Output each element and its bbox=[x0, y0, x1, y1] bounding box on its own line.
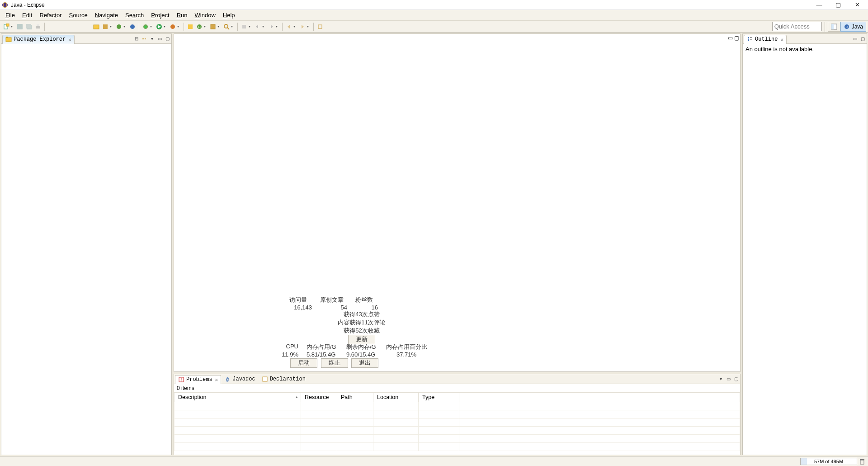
forward-button[interactable] bbox=[298, 23, 307, 31]
menu-run[interactable]: Run bbox=[173, 11, 191, 19]
open-type-button[interactable] bbox=[128, 23, 137, 31]
new-package-button[interactable] bbox=[101, 23, 109, 31]
maximize-view-button[interactable]: ▢ bbox=[164, 36, 170, 42]
new-package-dropdown[interactable]: ▾ bbox=[110, 24, 113, 29]
package-explorer-icon bbox=[5, 36, 12, 43]
floating-sysmon-widget[interactable]: CPU 内存占用/G 剩余内存/G 内存占用百分比 11.9% 5.81/15.… bbox=[280, 343, 427, 358]
close-icon[interactable]: ✕ bbox=[215, 377, 218, 383]
editor-maximize-button[interactable]: ▢ bbox=[734, 35, 739, 41]
coverage-dropdown[interactable]: ▾ bbox=[177, 24, 181, 29]
forward-dropdown[interactable]: ▾ bbox=[307, 24, 311, 29]
quick-access-input[interactable] bbox=[772, 22, 822, 31]
menu-navigate[interactable]: Navigate bbox=[91, 11, 122, 19]
minimize-view-button[interactable]: ▭ bbox=[725, 376, 731, 382]
svg-rect-9 bbox=[94, 25, 99, 29]
problems-col-type[interactable]: Type bbox=[419, 393, 459, 402]
new-java-class-button[interactable]: C bbox=[195, 23, 203, 31]
next-annotation-button[interactable] bbox=[254, 23, 262, 31]
close-icon[interactable]: ✕ bbox=[780, 37, 783, 43]
new-class-button[interactable] bbox=[115, 23, 123, 31]
new-java-class-dropdown[interactable]: ▾ bbox=[204, 24, 208, 29]
save-button[interactable] bbox=[16, 23, 24, 31]
declaration-tab[interactable]: Declaration bbox=[259, 375, 309, 384]
table-row[interactable] bbox=[175, 435, 740, 443]
open-perspective-button[interactable] bbox=[828, 22, 840, 32]
search-dropdown[interactable]: ▾ bbox=[231, 24, 235, 29]
new-button[interactable] bbox=[2, 23, 10, 31]
table-row[interactable] bbox=[175, 410, 740, 418]
menu-refactor[interactable]: Refactor bbox=[36, 11, 65, 19]
next-annotation-dropdown[interactable]: ▾ bbox=[262, 24, 266, 29]
collapse-all-button[interactable]: ⊟ bbox=[133, 36, 140, 42]
back-button[interactable] bbox=[285, 23, 293, 31]
problems-col-extra[interactable] bbox=[459, 393, 740, 402]
view-menu-button[interactable]: ▾ bbox=[149, 36, 155, 42]
menu-help[interactable]: Help bbox=[219, 11, 239, 19]
package-explorer-body[interactable] bbox=[1, 44, 171, 455]
new-plugin-button[interactable] bbox=[186, 23, 194, 31]
problems-tab[interactable]: ! Problems ✕ bbox=[175, 375, 221, 384]
toggle-mark-dropdown[interactable]: ▾ bbox=[249, 24, 252, 29]
menu-source[interactable]: Source bbox=[66, 11, 91, 19]
minimize-view-button[interactable]: ▭ bbox=[852, 36, 858, 42]
new-enum-button[interactable] bbox=[209, 23, 217, 31]
coverage-button[interactable] bbox=[169, 23, 177, 31]
javadoc-tab[interactable]: @ Javadoc bbox=[221, 375, 258, 384]
problems-table[interactable]: Description▴ Resource Path Location Type bbox=[174, 392, 740, 451]
new-enum-dropdown[interactable]: ▾ bbox=[217, 24, 221, 29]
table-row[interactable] bbox=[175, 418, 740, 427]
problems-col-resource[interactable]: Resource bbox=[301, 393, 337, 402]
new-dropdown[interactable]: ▾ bbox=[11, 24, 14, 29]
debug-dropdown[interactable]: ▾ bbox=[150, 24, 154, 29]
floating-likes-widget[interactable]: 获得43次点赞 内容获得11次评论 获得52次收藏 更新 bbox=[316, 310, 407, 344]
print-button[interactable] bbox=[34, 23, 42, 31]
problems-col-path[interactable]: Path bbox=[337, 393, 373, 402]
menu-bar: File Edit Refactor Source Navigate Searc… bbox=[0, 10, 868, 21]
svg-rect-6 bbox=[26, 24, 31, 29]
prev-annotation-dropdown[interactable]: ▾ bbox=[276, 24, 279, 29]
window-maximize-button[interactable]: ▢ bbox=[833, 1, 844, 8]
view-menu-button[interactable]: ▾ bbox=[717, 376, 724, 382]
menu-file[interactable]: File bbox=[2, 11, 19, 19]
outline-tab[interactable]: Outline ✕ bbox=[744, 35, 787, 44]
debug-button[interactable] bbox=[142, 23, 150, 31]
stop-button[interactable]: 终止 bbox=[321, 358, 348, 368]
menu-edit[interactable]: Edit bbox=[19, 11, 36, 19]
editor-minimize-button[interactable]: ▭ bbox=[728, 35, 733, 41]
heap-bar[interactable]: 57M of 495M bbox=[800, 458, 857, 465]
new-java-project-button[interactable] bbox=[92, 23, 100, 31]
menu-search[interactable]: Search bbox=[122, 11, 147, 19]
start-button[interactable]: 启动 bbox=[290, 358, 317, 368]
link-editor-button[interactable] bbox=[141, 36, 147, 42]
gc-button[interactable] bbox=[859, 458, 865, 465]
table-row[interactable] bbox=[175, 402, 740, 410]
menu-window[interactable]: Window bbox=[191, 11, 219, 19]
new-class-dropdown[interactable]: ▾ bbox=[123, 24, 127, 29]
run-dropdown[interactable]: ▾ bbox=[164, 24, 167, 29]
menu-project[interactable]: Project bbox=[147, 11, 173, 19]
minimize-view-button[interactable]: ▭ bbox=[156, 36, 163, 42]
floating-control-buttons[interactable]: 启动 终止 退出 bbox=[289, 358, 379, 368]
prev-annotation-button[interactable] bbox=[267, 23, 275, 31]
window-close-button[interactable]: ✕ bbox=[852, 1, 863, 8]
problems-col-location[interactable]: Location bbox=[373, 393, 419, 402]
back-dropdown[interactable]: ▾ bbox=[293, 24, 297, 29]
package-explorer-tab[interactable]: Package Explorer ✕ bbox=[2, 35, 75, 44]
close-icon[interactable]: ✕ bbox=[68, 37, 71, 43]
svg-rect-10 bbox=[103, 24, 108, 29]
maximize-view-button[interactable]: ▢ bbox=[859, 36, 866, 42]
exit-button[interactable]: 退出 bbox=[351, 358, 378, 368]
pin-editor-button[interactable] bbox=[316, 23, 324, 31]
search-button[interactable] bbox=[222, 23, 231, 31]
window-minimize-button[interactable]: — bbox=[814, 1, 825, 8]
problems-col-description[interactable]: Description▴ bbox=[175, 393, 301, 402]
perspective-java-button[interactable]: J Java bbox=[840, 22, 866, 32]
table-row[interactable] bbox=[175, 427, 740, 435]
toggle-mark-button[interactable] bbox=[240, 23, 248, 31]
floating-stats-widget[interactable]: 访问量 原创文章 粉丝数 16,143 54 16 bbox=[289, 296, 378, 311]
editor-area[interactable]: ▭ ▢ bbox=[174, 33, 741, 372]
maximize-view-button[interactable]: ▢ bbox=[733, 376, 739, 382]
save-all-button[interactable] bbox=[25, 23, 33, 31]
run-button[interactable] bbox=[155, 23, 163, 31]
table-row[interactable] bbox=[175, 443, 740, 451]
